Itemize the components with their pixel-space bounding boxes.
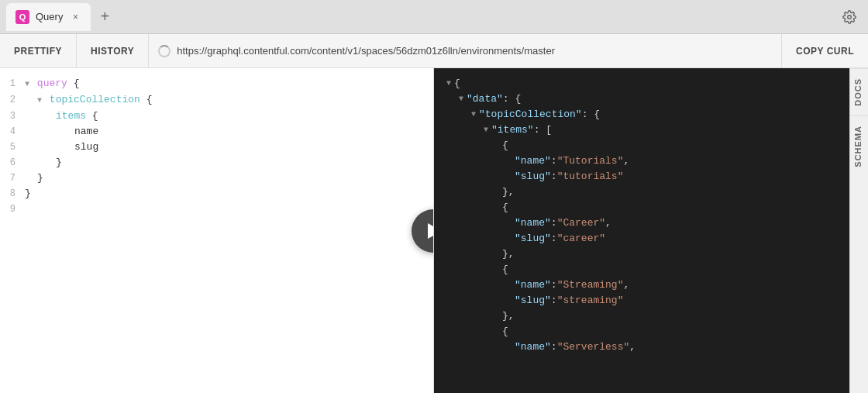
query-tab[interactable]: Q Query × — [6, 3, 91, 31]
result-line: { — [446, 324, 856, 340]
play-icon — [428, 223, 434, 239]
line-number: 7 — [0, 171, 25, 186]
code-line-3: 3 items { — [0, 109, 433, 124]
result-line: "name" : "Streaming" , — [446, 278, 856, 293]
result-line: }, — [446, 309, 856, 324]
collapse-icon[interactable]: ▼ — [25, 80, 29, 88]
url-text: https://graphql.contentful.com/content/v… — [177, 45, 555, 57]
code-line-4: 4 name — [0, 124, 433, 140]
code-line-5: 5 slug — [0, 140, 433, 155]
history-button[interactable]: HISTORY — [77, 34, 149, 68]
result-line: "name" : "Serverless" , — [446, 340, 856, 355]
code-line-1: 1 ▼ query { — [0, 76, 433, 92]
code-line-9: 9 — [0, 202, 433, 217]
result-line: ▼ "data" : { — [446, 91, 856, 107]
result-line: "name" : "Career" , — [446, 215, 856, 231]
line-number: 4 — [0, 124, 25, 140]
line-number: 5 — [0, 140, 25, 155]
toolbar: PRETTIFY HISTORY https://graphql.content… — [0, 34, 868, 68]
result-output: ▼ { ▼ "data" : { ▼ "topicCollection" : {… — [434, 68, 868, 363]
result-line: "slug" : "tutorials" — [446, 169, 856, 184]
line-number: 8 — [0, 186, 25, 202]
line-number: 2 — [0, 92, 25, 108]
main-content: 1 ▼ query { 2 ▼ topicCollection { — [0, 68, 868, 393]
editor-panel: 1 ▼ query { 2 ▼ topicCollection { — [0, 68, 434, 393]
result-line: ▼ { — [446, 76, 856, 91]
url-bar: https://graphql.contentful.com/content/v… — [149, 45, 781, 57]
result-line: }, — [446, 246, 856, 262]
collapse-icon[interactable]: ▼ — [37, 96, 42, 105]
code-editor[interactable]: 1 ▼ query { 2 ▼ topicCollection { — [0, 68, 433, 393]
code-line-6: 6 } — [0, 155, 433, 171]
code-line-8: 8 } — [0, 186, 433, 202]
result-panel: ▼ { ▼ "data" : { ▼ "topicCollection" : {… — [434, 68, 868, 393]
close-tab-button[interactable]: × — [69, 11, 81, 23]
line-number: 3 — [0, 109, 25, 124]
result-line: { — [446, 200, 856, 215]
result-line: "name" : "Tutorials" , — [446, 153, 856, 169]
result-line: ▼ "items" : [ — [446, 122, 856, 138]
prettify-button[interactable]: PRETTIFY — [0, 34, 77, 68]
docs-tab[interactable]: DOCS — [850, 68, 869, 115]
line-number: 6 — [0, 155, 25, 171]
add-tab-button[interactable]: + — [94, 6, 115, 28]
settings-button[interactable] — [837, 5, 862, 29]
result-line: ▼ "topicCollection" : { — [446, 107, 856, 122]
result-line: "slug" : "career" — [446, 231, 856, 246]
schema-tab[interactable]: SCHEMA — [850, 115, 869, 177]
copy-curl-button[interactable]: COPY CURL — [781, 34, 868, 68]
code-line-7: 7 } — [0, 171, 433, 186]
line-number: 1 — [0, 76, 25, 91]
svg-point-0 — [848, 15, 852, 19]
result-line: { — [446, 262, 856, 278]
line-number: 9 — [0, 202, 25, 217]
tab-icon: Q — [16, 10, 29, 24]
result-line: { — [446, 138, 856, 153]
tab-title: Query — [36, 11, 63, 22]
gear-icon — [842, 10, 856, 24]
result-line: "slug" : "streaming" — [446, 293, 856, 309]
loading-spinner-icon — [158, 45, 170, 57]
code-line-2: 2 ▼ topicCollection { — [0, 92, 433, 109]
tab-bar: Q Query × + — [0, 0, 868, 34]
result-line: }, — [446, 184, 856, 200]
side-tabs: DOCS SCHEMA — [849, 68, 868, 393]
